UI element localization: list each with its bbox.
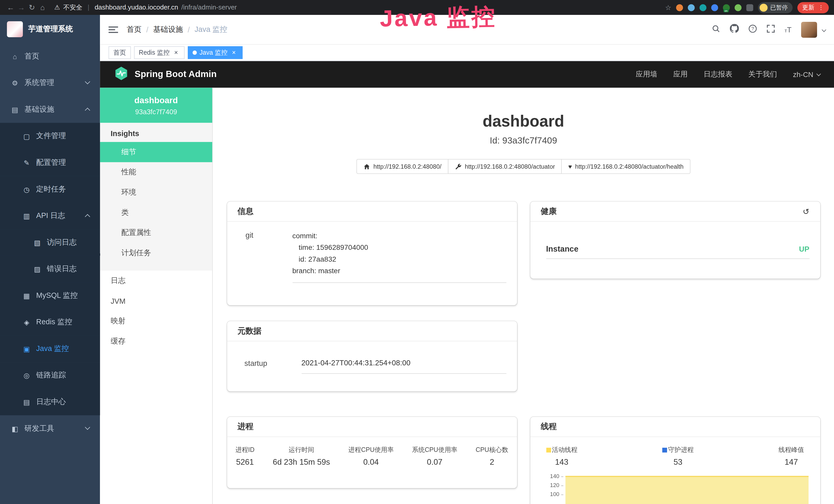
app-logo-image [7, 21, 23, 37]
extension-icon[interactable] [676, 4, 683, 11]
forward-icon[interactable]: → [16, 3, 26, 12]
sidebar-item-system-management[interactable]: ⚙ 系统管理 [0, 70, 100, 96]
process-stat: 系统CPU使用率 0.07 [412, 444, 458, 466]
sba-item-details[interactable]: 细节 [100, 142, 212, 162]
github-icon[interactable] [730, 24, 739, 35]
threads-area-series [565, 476, 808, 504]
health-url-link[interactable]: ♥ http://192.168.0.2:48080/actuator/heal… [561, 159, 690, 174]
home-icon[interactable]: ⌂ [37, 3, 48, 12]
chevron-down-icon [816, 71, 821, 76]
security-warning-icon[interactable]: ⚠ [54, 4, 60, 11]
sidebar-item-file-management[interactable]: ▢ 文件管理 [0, 123, 100, 150]
sidebar-item-redis-monitor[interactable]: ◈ Redis 监控 [0, 309, 100, 336]
back-icon[interactable]: ← [5, 3, 16, 12]
sba-item-jvm[interactable]: JVM [100, 291, 212, 311]
metadata-row-label: startup [244, 359, 302, 374]
sidebar-item-mysql-monitor[interactable]: ▦ MySQL 监控 [0, 282, 100, 309]
mysql-icon: ▦ [22, 292, 31, 300]
sidebar-item-trace[interactable]: ◎ 链路追踪 [0, 362, 100, 389]
extensions-puzzle-icon[interactable] [746, 4, 753, 11]
threads-chart-plot [563, 472, 809, 504]
threads-card: 线程 活动线程 143 守护进程 53 [530, 417, 820, 504]
health-row[interactable]: Instance UP [546, 244, 809, 253]
sba-item-performance[interactable]: 性能 [100, 162, 212, 183]
spring-boot-admin: Spring Boot Admin 应用墙 应用 日志报表 关于我们 zh-CN [100, 61, 834, 504]
sba-nav-wallboard[interactable]: 应用墙 [636, 70, 657, 79]
extension-icon[interactable]: on [723, 4, 730, 11]
font-size-icon[interactable]: тT [785, 25, 791, 33]
search-icon[interactable] [712, 24, 720, 35]
hamburger-icon[interactable] [108, 25, 118, 34]
sba-nav-about[interactable]: 关于我们 [748, 70, 777, 79]
sba-nav-journal[interactable]: 日志报表 [704, 70, 732, 79]
sidebar-item-infrastructure[interactable]: ▤ 基础设施 [0, 96, 100, 123]
chevron-up-icon [85, 214, 90, 220]
bookmark-star-icon[interactable]: ☆ [665, 3, 671, 11]
sidebar-item-home[interactable]: ⌂ 首页 [0, 43, 100, 70]
sidebar-item-dev-tools[interactable]: ◧ 研发工具 [0, 415, 100, 442]
sidebar-item-log-center[interactable]: ▤ 日志中心 [0, 389, 100, 415]
sba-instance-header[interactable]: dashboard 93a3fc7f7409 [100, 88, 212, 123]
sba-nav-applications[interactable]: 应用 [673, 70, 687, 79]
breadcrumb-infrastructure[interactable]: 基础设施 [153, 25, 183, 34]
process-card-title: 进程 [238, 421, 254, 432]
tab-home[interactable]: 首页 [108, 46, 131, 59]
breadcrumb-home[interactable]: 首页 [127, 25, 141, 34]
chrome-menu-icon[interactable]: ⋮ [818, 4, 824, 11]
sba-item-config-props[interactable]: 配置属性 [100, 223, 212, 243]
sba-item-environment[interactable]: 环境 [100, 182, 212, 203]
sba-item-caches[interactable]: 缓存 [100, 331, 212, 351]
chevron-down-icon [85, 79, 90, 85]
health-status-badge: UP [799, 245, 809, 253]
history-icon[interactable]: ↺ [803, 207, 809, 216]
health-card: 健康 ↺ Instance UP [530, 202, 820, 279]
sba-item-mappings[interactable]: 映射 [100, 311, 212, 331]
sba-logo-icon [114, 66, 129, 83]
reload-icon[interactable]: ↻ [27, 3, 37, 12]
user-avatar[interactable] [801, 22, 817, 38]
sidebar-item-java-monitor[interactable]: ▣ Java 监控 [0, 336, 100, 362]
help-icon[interactable]: ? [748, 24, 757, 35]
instance-id: 93a3fc7f7409 [100, 108, 212, 116]
chrome-update-button[interactable]: 更新 ⋮ [797, 2, 829, 13]
tab-java-monitor[interactable]: Java 监控 × [188, 46, 242, 59]
tools-icon: ◧ [10, 425, 19, 433]
extension-icon[interactable] [734, 4, 742, 11]
sidebar-item-error-logs[interactable]: ▨ 错误日志 [0, 256, 100, 282]
sidebar-item-scheduled-jobs[interactable]: ◷ 定时任务 [0, 176, 100, 203]
health-card-title: 健康 [541, 206, 556, 216]
sba-item-logs[interactable]: 日志 [100, 271, 212, 291]
log-icon: ▥ [22, 212, 31, 220]
sba-item-scheduled-tasks[interactable]: 计划任务 [100, 243, 212, 263]
home-icon: ⌂ [10, 52, 19, 60]
avatar-caret-icon[interactable] [822, 27, 826, 32]
metadata-row-value: 2021-04-27T00:44:31.254+08:00 [301, 359, 506, 374]
extension-icon[interactable] [688, 4, 695, 11]
profile-paused-badge[interactable]: 已暂停 [758, 2, 793, 13]
profile-paused-label: 已暂停 [770, 3, 788, 11]
sba-language-select[interactable]: zh-CN [793, 70, 820, 78]
sidebar-item-config-management[interactable]: ✎ 配置管理 [0, 150, 100, 176]
legend-swatch-blue [662, 448, 667, 453]
instance-links: http://192.168.0.2:48080/ http://192.168… [213, 159, 834, 174]
sidebar-item-access-logs[interactable]: ▧ 访问日志 [0, 229, 100, 256]
service-url-link[interactable]: http://192.168.0.2:48080/ [356, 159, 448, 174]
extension-icon[interactable] [711, 4, 718, 11]
app-title: 芋道管理系统 [28, 24, 73, 33]
sba-item-classes[interactable]: 类 [100, 203, 212, 223]
actuator-url-link[interactable]: http://192.168.0.2:48080/actuator [448, 159, 562, 174]
tab-redis-monitor[interactable]: Redis 监控 × [134, 46, 185, 59]
extension-icon[interactable] [699, 4, 706, 11]
file-icon: ▢ [22, 132, 31, 140]
sidebar-item-api-logs[interactable]: ▥ API 日志 [0, 203, 100, 229]
health-instance-label: Instance [546, 244, 578, 253]
threads-card-title: 线程 [541, 421, 556, 432]
active-tab-dot [193, 51, 197, 55]
close-icon[interactable]: × [230, 49, 238, 56]
log-center-icon: ▤ [22, 398, 31, 406]
address-bar[interactable]: ⚠ 不安全 | dashboard.yudao.iocoder.cn/infra… [54, 3, 665, 12]
url-path: /infra/admin-server [181, 4, 237, 11]
close-icon[interactable]: × [172, 49, 180, 56]
screen: ← → ↻ ⌂ ⚠ 不安全 | dashboard.yudao.iocoder.… [0, 0, 834, 504]
fullscreen-icon[interactable] [766, 24, 775, 35]
